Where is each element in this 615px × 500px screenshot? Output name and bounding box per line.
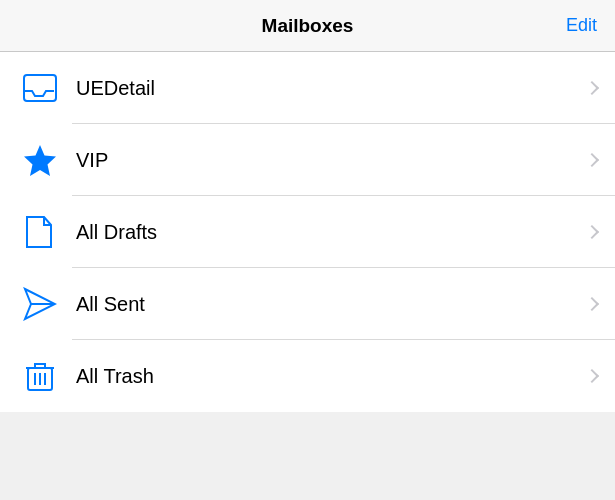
draft-icon: [18, 215, 62, 249]
chevron-right-icon: [585, 153, 599, 167]
list-item-label: All Drafts: [76, 221, 587, 244]
list-item-label: All Sent: [76, 293, 587, 316]
list-item-vip[interactable]: VIP: [0, 124, 615, 196]
list-item-all-drafts[interactable]: All Drafts: [0, 196, 615, 268]
svg-marker-1: [24, 145, 56, 176]
sent-icon: [18, 287, 62, 321]
svg-rect-0: [24, 75, 56, 101]
edit-button[interactable]: Edit: [566, 15, 597, 36]
chevron-right-icon: [585, 297, 599, 311]
page-title: Mailboxes: [262, 15, 354, 37]
inbox-icon: [18, 74, 62, 102]
list-item-all-trash[interactable]: All Trash: [0, 340, 615, 412]
list-item-label: VIP: [76, 149, 587, 172]
list-item-all-sent[interactable]: All Sent: [0, 268, 615, 340]
trash-icon: [18, 359, 62, 393]
list-item-uedetail[interactable]: UEDetail: [0, 52, 615, 124]
list-item-label: All Trash: [76, 365, 587, 388]
list-item-label: UEDetail: [76, 77, 587, 100]
header: Mailboxes Edit: [0, 0, 615, 52]
chevron-right-icon: [585, 369, 599, 383]
mailbox-list: UEDetail VIP All Drafts: [0, 52, 615, 412]
chevron-right-icon: [585, 225, 599, 239]
chevron-right-icon: [585, 81, 599, 95]
star-icon: [18, 143, 62, 177]
